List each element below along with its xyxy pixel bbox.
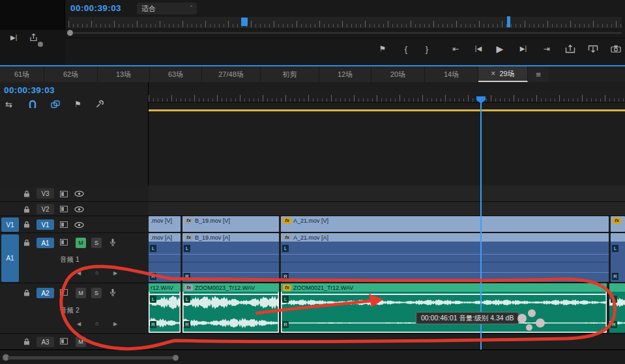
- monitor-time-ruler[interactable]: [68, 17, 622, 28]
- volume-band[interactable]: [149, 254, 181, 255]
- next-keyframe-button[interactable]: ▶: [113, 271, 117, 276]
- play-in-to-out-button[interactable]: ▶|: [10, 35, 17, 41]
- lock-icon[interactable]: [23, 338, 30, 345]
- export-frame-button[interactable]: [607, 42, 624, 55]
- clip-name: ZOOM0021_Tr12.WAV: [293, 285, 353, 291]
- prev-keyframe-button[interactable]: ◀: [77, 322, 81, 327]
- panel-menu-icon[interactable]: ≡: [528, 66, 549, 82]
- eye-icon[interactable]: [74, 206, 84, 212]
- add-keyframe-button[interactable]: ○: [95, 321, 98, 327]
- track-name-a2[interactable]: A2: [36, 288, 54, 298]
- clip-video-a21[interactable]: fxA_21.mov [V]: [281, 216, 609, 232]
- clip-wav-zoom0021[interactable]: fxZOOM0021_Tr12.WAV L R: [281, 283, 607, 333]
- clip-video-partial[interactable]: fx: [611, 216, 625, 232]
- volume-band[interactable]: [182, 254, 279, 255]
- zoom-level-select[interactable]: 适合 ˇ: [137, 3, 197, 14]
- mute-button-a3[interactable]: M: [76, 337, 86, 347]
- source-patch-icon[interactable]: [60, 289, 68, 296]
- go-to-in-button[interactable]: ⇤: [447, 42, 464, 55]
- volume-band[interactable]: [182, 294, 279, 295]
- mark-out-button[interactable]: }: [418, 42, 435, 55]
- timeline-timecode[interactable]: 00:00:39:03: [4, 85, 55, 95]
- monitor-timecode[interactable]: 00:00:39:03: [70, 3, 121, 13]
- prev-keyframe-button[interactable]: ◀: [77, 271, 81, 276]
- extract-button[interactable]: [585, 42, 602, 55]
- export-icon[interactable]: [29, 33, 38, 42]
- tab-sequence-20[interactable]: 20场: [371, 66, 425, 82]
- monitor-zoom-handle[interactable]: [67, 30, 73, 36]
- source-patch-icon[interactable]: [60, 338, 68, 344]
- tab-sequence-13[interactable]: 13场: [98, 66, 150, 82]
- monitor-playhead[interactable]: [241, 18, 248, 26]
- clip-wav-partial[interactable]: L R: [609, 283, 625, 333]
- tab-sequence-14[interactable]: 14场: [425, 66, 478, 82]
- linked-selection-icon[interactable]: [51, 100, 60, 108]
- clip-video-mov[interactable]: .mov [V]: [149, 216, 181, 232]
- track-name-v2[interactable]: V2: [36, 204, 54, 214]
- tab-sequence-61[interactable]: 61场: [0, 66, 44, 82]
- add-marker-button[interactable]: ⚑: [374, 42, 391, 55]
- clip-video-b19[interactable]: fxB_19.mov [V]: [182, 216, 279, 232]
- close-icon[interactable]: ×: [491, 69, 495, 78]
- step-forward-button[interactable]: ▶|: [515, 42, 532, 55]
- source-patch-icon[interactable]: [60, 206, 68, 212]
- volume-band[interactable]: [281, 294, 607, 295]
- solo-button-a2[interactable]: S: [91, 288, 102, 298]
- play-button[interactable]: ▶: [491, 42, 508, 55]
- clip-audio-partial[interactable]: L R: [611, 233, 625, 282]
- lock-icon[interactable]: [23, 239, 30, 246]
- source-patch-icon[interactable]: [60, 191, 68, 197]
- lock-icon[interactable]: [23, 206, 30, 213]
- mute-button-a2[interactable]: M: [76, 288, 86, 298]
- source-patch-icon[interactable]: [60, 239, 68, 245]
- next-keyframe-button[interactable]: ▶: [113, 322, 117, 327]
- timeline-ruler[interactable]: [149, 91, 625, 103]
- clip-audio-mov[interactable]: .mov [A] L R: [149, 233, 181, 282]
- nested-sequence-toggle-icon[interactable]: ⇆: [5, 100, 12, 109]
- eye-icon[interactable]: [74, 222, 84, 228]
- volume-band[interactable]: [182, 272, 279, 273]
- solo-button-a1[interactable]: S: [91, 238, 102, 248]
- volume-band[interactable]: [281, 254, 609, 255]
- volume-band[interactable]: [281, 272, 609, 273]
- scrollbar-handle-right[interactable]: [173, 355, 179, 361]
- mute-button-a1[interactable]: M: [76, 238, 86, 248]
- clip-wav-tr12[interactable]: r12.WAV L R: [149, 283, 181, 333]
- eye-icon[interactable]: [74, 191, 84, 197]
- record-mic-icon[interactable]: [109, 288, 116, 296]
- clip-audio-a21[interactable]: fxA_21.mov [A] L R: [281, 233, 609, 282]
- source-patch-icon[interactable]: [60, 221, 68, 228]
- tab-sequence-62[interactable]: 62场: [44, 66, 98, 82]
- source-patch-v1[interactable]: V1: [1, 217, 19, 232]
- step-back-button[interactable]: |◀: [470, 42, 487, 55]
- lift-button[interactable]: [562, 42, 579, 55]
- track-name-a3[interactable]: A3: [36, 337, 54, 347]
- monitor-zoom-scrollbar[interactable]: [68, 32, 622, 34]
- add-marker-icon[interactable]: ⚑: [74, 100, 81, 108]
- lock-icon[interactable]: [23, 190, 30, 197]
- lock-icon[interactable]: [23, 221, 30, 228]
- channel-left-badge: L: [282, 296, 289, 303]
- tab-sequence-29-active[interactable]: × 29场: [478, 66, 528, 82]
- add-keyframe-button[interactable]: ○: [95, 270, 98, 276]
- snap-magnet-icon[interactable]: [29, 100, 36, 108]
- panel-scroll-knob[interactable]: [38, 42, 43, 47]
- track-name-v3[interactable]: V3: [36, 188, 54, 199]
- record-mic-icon[interactable]: [109, 238, 116, 246]
- tab-sequence-rough-cut[interactable]: 初剪: [261, 66, 319, 82]
- mark-in-button[interactable]: {: [398, 42, 414, 55]
- clip-audio-b19[interactable]: fxB_19.mov [A] L R: [182, 233, 279, 282]
- lock-icon[interactable]: [23, 289, 30, 296]
- go-to-out-button[interactable]: ⇥: [538, 42, 555, 55]
- tab-sequence-63[interactable]: 63场: [150, 66, 202, 82]
- horizontal-scrollbar[interactable]: [8, 356, 173, 359]
- track-name-a1[interactable]: A1: [36, 238, 54, 248]
- tab-sequence-12[interactable]: 12场: [319, 66, 371, 82]
- track-name-v1[interactable]: V1: [36, 219, 54, 230]
- volume-band[interactable]: [149, 294, 181, 295]
- tab-sequence-27-48[interactable]: 27/48场: [202, 66, 261, 82]
- timeline-settings-wrench-icon[interactable]: [95, 100, 104, 109]
- clip-wav-zoom0023[interactable]: fxZOOM0023_Tr12.WAV L R: [182, 283, 279, 333]
- source-patch-a1[interactable]: A1: [1, 234, 19, 282]
- monitor-position-marker[interactable]: [507, 16, 510, 27]
